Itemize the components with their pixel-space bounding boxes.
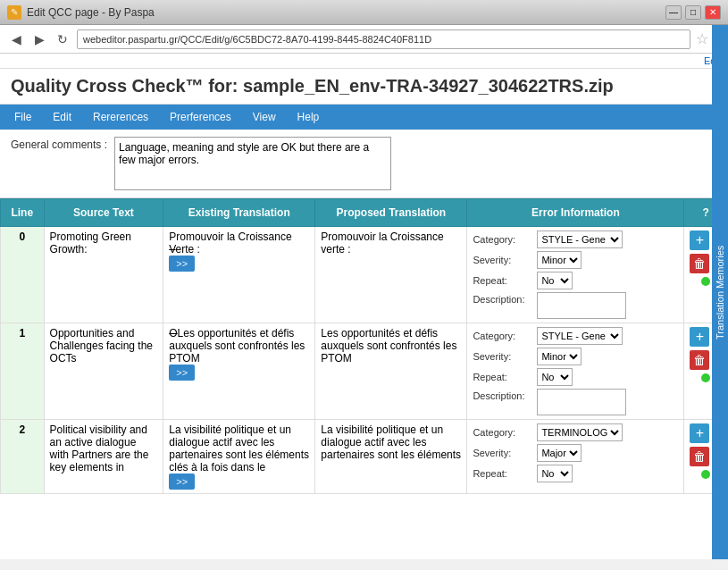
- add-button-2[interactable]: +: [690, 423, 709, 443]
- proposed-translation-2: La visibilité politique et un dialogue a…: [315, 420, 467, 494]
- window-controls: — □ ✕: [665, 5, 721, 20]
- status-dot-0: [701, 277, 710, 286]
- existing-text-2: La visibilité politique et un dialogue a…: [169, 423, 309, 474]
- col-existing: Existing Translation: [163, 199, 315, 227]
- severity-label-0: Severity:: [473, 255, 537, 265]
- source-text-0: Promoting Green Growth:: [44, 227, 163, 323]
- description-row-0: Description:: [473, 292, 678, 319]
- forward-button-1[interactable]: >>: [169, 365, 195, 381]
- proposed-translation-1: Les opportunités et défis auxquels sont …: [315, 323, 467, 420]
- error-info-1: Category: STYLE - Gene TERMINOLOG Severi…: [467, 323, 684, 420]
- forward-button[interactable]: ▶: [30, 30, 48, 48]
- col-proposed: Proposed Translation: [315, 199, 467, 227]
- severity-select-1[interactable]: Minor Major: [537, 348, 582, 365]
- description-label-1: Description:: [473, 389, 537, 401]
- page-title: Quality Cross Check™ for: sample_EN_env-…: [0, 69, 728, 105]
- add-button-1[interactable]: +: [690, 327, 709, 347]
- proposed-translation-0: Promouvoir la Croissance verte :: [315, 227, 467, 323]
- forward-button-0[interactable]: >>: [169, 256, 195, 272]
- window-title: Edit QCC page - By Paspa: [27, 6, 665, 19]
- category-select-1[interactable]: STYLE - Gene TERMINOLOG: [537, 327, 623, 345]
- existing-translation-2: La visibilité politique et un dialogue a…: [163, 420, 315, 494]
- description-input-0[interactable]: [537, 292, 626, 319]
- edit-link-bar: Edit: [0, 54, 728, 69]
- description-input-1[interactable]: [537, 389, 626, 415]
- error-form-2: Category: TERMINOLOG STYLE - Gene Severi…: [473, 423, 678, 482]
- translation-memories-label: Translation Memories: [715, 245, 725, 339]
- repeat-row-1: Repeat: No Yes: [473, 368, 678, 386]
- menu-file[interactable]: File: [4, 107, 42, 127]
- col-error: Error Information: [467, 199, 684, 227]
- category-select-2[interactable]: TERMINOLOG STYLE - Gene: [537, 423, 623, 441]
- line-number-1: 1: [1, 323, 45, 420]
- proposed-text-2: La visibilité politique et un dialogue a…: [321, 423, 461, 461]
- repeat-row-2: Repeat: No Yes: [473, 465, 678, 482]
- menu-view[interactable]: View: [242, 107, 287, 127]
- existing-translation-1: OLes opportunités et défis auxquels sont…: [163, 323, 315, 420]
- table-header-row: Line Source Text Existing Translation Pr…: [1, 199, 728, 227]
- menu-help[interactable]: Help: [287, 107, 331, 127]
- general-comments-section: General comments : Language, meaning and…: [0, 130, 728, 198]
- severity-label-2: Severity:: [473, 448, 537, 458]
- status-dot-2: [701, 470, 710, 479]
- repeat-select-0[interactable]: No Yes: [537, 272, 573, 289]
- repeat-select-1[interactable]: No Yes: [537, 368, 573, 386]
- general-comments-input[interactable]: Language, meaning and style are OK but t…: [114, 137, 391, 190]
- severity-row-1: Severity: Minor Major: [473, 348, 678, 365]
- repeat-select-2[interactable]: No Yes: [537, 465, 573, 482]
- category-row-0: Category: STYLE - Gene TERMINOLOG: [473, 231, 678, 248]
- category-select-0[interactable]: STYLE - Gene TERMINOLOG: [537, 231, 623, 248]
- maximize-button[interactable]: □: [685, 5, 701, 20]
- minimize-button[interactable]: —: [665, 5, 682, 20]
- description-label-0: Description:: [473, 292, 537, 305]
- forward-button-2[interactable]: >>: [169, 474, 195, 490]
- strikethrough-text-1: O: [169, 327, 177, 339]
- severity-label-1: Severity:: [473, 351, 537, 362]
- title-bar: ✎ Edit QCC page - By Paspa — □ ✕: [0, 0, 728, 25]
- table-row: 2 Political visibility and an active dia…: [1, 420, 728, 494]
- existing-text-0: Promouvoir la Croissance Verte :: [169, 231, 291, 256]
- bookmark-icon[interactable]: ☆: [696, 30, 708, 47]
- menu-bar: File Edit Rererences Prerferences View H…: [0, 105, 728, 130]
- source-text-value-2: Political visibility and an active dialo…: [50, 423, 149, 474]
- error-form-0: Category: STYLE - Gene TERMINOLOG Severi…: [473, 231, 678, 319]
- col-source: Source Text: [44, 199, 163, 227]
- refresh-button[interactable]: ↻: [54, 30, 71, 48]
- table-row: 1 Opportunities and Challenges facing th…: [1, 323, 728, 420]
- back-button[interactable]: ◀: [7, 30, 25, 48]
- description-row-1: Description:: [473, 389, 678, 415]
- severity-row-2: Severity: Major Minor: [473, 444, 678, 462]
- existing-translation-0: Promouvoir la Croissance Verte : >>: [163, 227, 315, 323]
- source-text-value-0: Promoting Green Growth:: [50, 231, 131, 256]
- repeat-label-2: Repeat:: [473, 468, 537, 479]
- col-line: Line: [1, 199, 45, 227]
- category-label-2: Category:: [473, 427, 537, 438]
- menu-references[interactable]: Rererences: [82, 107, 159, 127]
- source-text-2: Political visibility and an active dialo…: [44, 420, 163, 494]
- menu-edit[interactable]: Edit: [42, 107, 82, 127]
- source-text-value-1: Opportunities and Challenges facing the …: [50, 327, 153, 365]
- translation-memories-sidebar[interactable]: Translation Memories: [712, 25, 728, 559]
- proposed-text-1: Les opportunités et défis auxquels sont …: [321, 327, 456, 365]
- address-input[interactable]: [77, 29, 690, 49]
- category-row-2: Category: TERMINOLOG STYLE - Gene: [473, 423, 678, 441]
- severity-select-0[interactable]: Minor Major: [537, 251, 582, 269]
- error-info-0: Category: STYLE - Gene TERMINOLOG Severi…: [467, 227, 684, 323]
- delete-button-0[interactable]: 🗑: [690, 254, 709, 273]
- repeat-label-0: Repeat:: [473, 275, 537, 286]
- general-comments-label: General comments :: [11, 137, 107, 151]
- strikethrough-text-0: V: [169, 243, 175, 256]
- delete-button-1[interactable]: 🗑: [690, 350, 709, 370]
- delete-button-2[interactable]: 🗑: [690, 447, 709, 466]
- category-row-1: Category: STYLE - Gene TERMINOLOG: [473, 327, 678, 345]
- close-button[interactable]: ✕: [705, 5, 721, 20]
- main-content: Line Source Text Existing Translation Pr…: [0, 198, 728, 559]
- menu-preferences[interactable]: Prerferences: [159, 107, 242, 127]
- severity-select-2[interactable]: Major Minor: [537, 444, 582, 462]
- add-button-0[interactable]: +: [690, 231, 709, 250]
- address-bar: ◀ ▶ ↻ ☆ ≡: [0, 25, 728, 54]
- line-number-2: 2: [1, 420, 45, 494]
- repeat-row-0: Repeat: No Yes: [473, 272, 678, 289]
- line-number-0: 0: [1, 227, 45, 323]
- error-info-2: Category: TERMINOLOG STYLE - Gene Severi…: [467, 420, 684, 494]
